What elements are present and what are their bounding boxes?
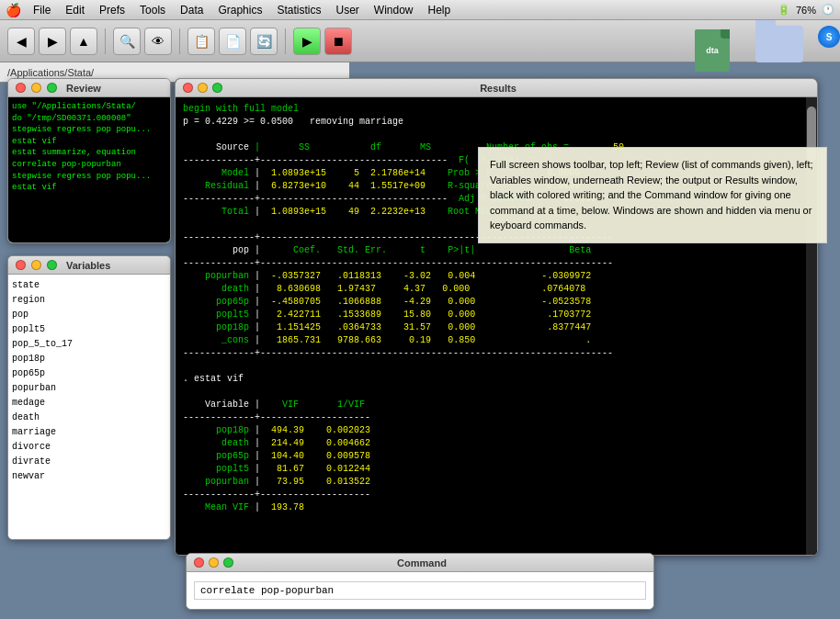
menu-statistics[interactable]: Statistics — [269, 0, 328, 20]
results-close-btn[interactable] — [183, 83, 193, 93]
review-cmd-7[interactable]: stepwise regress pop popu... — [12, 171, 166, 183]
variables-zoom-btn[interactable] — [47, 260, 57, 270]
var-poplt5[interactable]: poplt5 — [12, 322, 166, 337]
header-line: begin with full model — [183, 104, 299, 114]
var-marriage[interactable]: marriage — [12, 425, 166, 440]
review-cmd-5[interactable]: estat summarize, equation — [12, 147, 166, 159]
command-input[interactable] — [194, 581, 646, 600]
variables-minimize-btn[interactable] — [31, 260, 41, 270]
var-region[interactable]: region — [12, 293, 166, 308]
toolbar-btn-view[interactable]: 👁 — [144, 28, 172, 55]
results-titlebar: Results — [176, 79, 817, 97]
var-death[interactable]: death — [12, 411, 166, 425]
toolbar-sep-1 — [105, 28, 106, 54]
toolbar-btn-back[interactable]: ◀ — [7, 28, 35, 55]
clock: 🕐 — [822, 4, 834, 16]
toolbar-btn-forward[interactable]: ▶ — [39, 28, 66, 55]
var-pop5to17[interactable]: pop_5_to_17 — [12, 337, 166, 352]
address-path: /Applications/Stata/ — [7, 67, 94, 78]
var-popurban[interactable]: popurban — [12, 381, 166, 396]
command-zoom-btn[interactable] — [223, 557, 233, 568]
toolbar-btn-stop[interactable]: ⏹ — [324, 28, 352, 55]
menu-prefs[interactable]: Prefs — [92, 0, 132, 20]
var-pop[interactable]: pop — [12, 308, 166, 322]
menu-user[interactable]: User — [328, 0, 366, 20]
battery-level: 76% — [796, 5, 816, 16]
toolbar-sep-3 — [285, 28, 286, 54]
command-traffic-lights — [194, 557, 233, 568]
toolbar-btn-refresh[interactable]: 🔄 — [250, 28, 278, 55]
menu-window[interactable]: Window — [367, 0, 421, 20]
toolbar-btn-search[interactable]: 🔍 — [113, 28, 141, 55]
toolbar-btn-up[interactable]: ▲ — [70, 28, 97, 55]
file-icon-body: dta — [695, 29, 730, 72]
file-icon-corner — [721, 29, 730, 39]
menu-data[interactable]: Data — [173, 0, 210, 20]
variables-close-btn[interactable] — [16, 260, 26, 270]
stata-file-icon[interactable]: dta — [695, 29, 730, 72]
menu-edit[interactable]: Edit — [58, 0, 92, 20]
command-input-area — [187, 572, 653, 609]
command-titlebar: Command — [187, 554, 653, 572]
var-divorce[interactable]: divorce — [12, 440, 166, 455]
removing-line: p = 0.4229 >= 0.0500 removing marriage — [183, 117, 403, 127]
var-medage[interactable]: medage — [12, 396, 166, 411]
results-zoom-btn[interactable] — [212, 83, 222, 93]
variables-content[interactable]: state region pop poplt5 pop_5_to_17 pop1… — [8, 275, 170, 539]
review-cmd-2[interactable]: do "/tmp/SD00371.000008" — [12, 113, 166, 125]
var-state[interactable]: state — [12, 278, 166, 293]
review-zoom-btn[interactable] — [47, 83, 57, 93]
annotation-box: Full screen shows toolbar, top left; Rev… — [478, 147, 827, 243]
menu-file[interactable]: File — [26, 0, 58, 20]
apple-menu[interactable]: 🍎 — [0, 3, 26, 17]
toolbar-btn-copy[interactable]: 📋 — [187, 28, 215, 55]
var-newvar[interactable]: newvar — [12, 469, 166, 484]
command-close-btn[interactable] — [194, 557, 204, 568]
toolbar-btn-paste[interactable]: 📄 — [219, 28, 246, 55]
battery-icon: 🔋 — [778, 4, 790, 16]
command-title: Command — [397, 557, 447, 568]
review-cmd-3[interactable]: stepwise regress pop popu... — [12, 124, 166, 136]
toolbar-btn-run[interactable]: ▶ — [293, 28, 321, 55]
review-titlebar: Review — [8, 79, 170, 97]
review-title: Review — [66, 83, 101, 94]
var-pop18p[interactable]: pop18p — [12, 352, 166, 366]
review-cmd-8[interactable]: estat vif — [12, 182, 166, 194]
toolbar-sep-2 — [179, 28, 180, 54]
results-minimize-btn[interactable] — [198, 83, 208, 93]
var-pop65p[interactable]: pop65p — [12, 366, 166, 381]
review-cmd-6[interactable]: correlate pop-popurban — [12, 159, 166, 171]
variables-titlebar: Variables — [8, 256, 170, 275]
menubar: 🍎 File Edit Prefs Tools Data Graphics St… — [0, 0, 840, 20]
annotation-text: Full screen shows toolbar, top left; Rev… — [490, 159, 813, 231]
results-title: Results — [480, 83, 516, 94]
var-divrate[interactable]: divrate — [12, 455, 166, 469]
command-window: Command — [186, 553, 654, 610]
review-window: Review use "/Applications/Stata/ do "/tm… — [7, 78, 171, 243]
review-minimize-btn[interactable] — [31, 83, 41, 93]
folder-icon[interactable] — [755, 26, 803, 62]
folder-body — [755, 26, 803, 62]
variables-title: Variables — [66, 260, 110, 271]
review-cmd-4[interactable]: estat vif — [12, 136, 166, 148]
variables-window: Variables state region pop poplt5 pop_5_… — [7, 255, 171, 540]
menu-help[interactable]: Help — [421, 0, 459, 20]
review-content[interactable]: use "/Applications/Stata/ do "/tmp/SD003… — [8, 97, 170, 242]
menu-graphics[interactable]: Graphics — [210, 0, 269, 20]
results-traffic-lights — [183, 83, 222, 93]
stata-app-icon[interactable]: S — [818, 26, 840, 48]
review-close-btn[interactable] — [16, 83, 26, 93]
menu-tools[interactable]: Tools — [132, 0, 173, 20]
review-cmd-1[interactable]: use "/Applications/Stata/ — [12, 101, 166, 113]
command-minimize-btn[interactable] — [209, 557, 219, 568]
menubar-right: 🔋 76% 🕐 — [778, 4, 840, 16]
